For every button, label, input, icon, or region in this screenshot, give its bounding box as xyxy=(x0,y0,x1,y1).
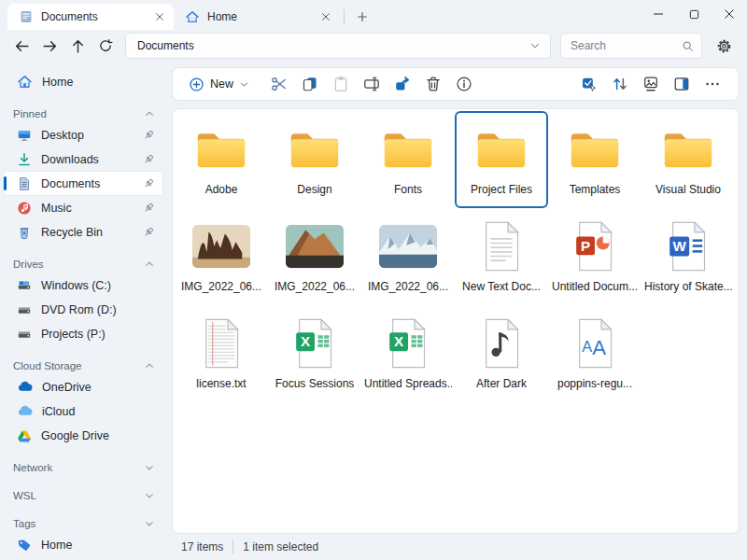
sidebar-item-icloud[interactable]: iCloud xyxy=(4,399,162,423)
file-item-history-of-skate[interactable]: WHistory of Skate... xyxy=(641,208,735,305)
details-pane-button[interactable] xyxy=(668,71,696,97)
new-button[interactable]: New xyxy=(182,71,256,97)
more-options-button[interactable] xyxy=(698,71,726,97)
sidebar-item-label: Downloads xyxy=(41,153,134,166)
sidebar-item-dvd-rom-d[interactable]: DVD Rom (D:) xyxy=(4,298,162,321)
file-item-templates[interactable]: Templates xyxy=(548,111,641,208)
up-icon xyxy=(70,38,86,54)
sidebar-item-projects-p[interactable]: Projects (P:) xyxy=(4,322,162,345)
sidebar-item-label: Documents xyxy=(41,177,134,190)
sidebar-item-home[interactable]: Home xyxy=(4,70,162,93)
file-item-design[interactable]: Design xyxy=(268,111,361,208)
file-item-untitled-spreads[interactable]: XUntitled Spreads... xyxy=(361,305,455,402)
tab-documents[interactable]: Documents xyxy=(7,4,174,30)
file-item-untitled-docum[interactable]: PUntitled Docum... xyxy=(548,208,641,305)
sort-button[interactable] xyxy=(606,71,634,97)
cut-button[interactable] xyxy=(265,71,293,97)
file-item-poppins-regu[interactable]: AApoppins-regu... xyxy=(548,305,641,402)
file-item-img-2022-06[interactable]: IMG_2022_06... xyxy=(361,208,455,305)
sidebar-section-network[interactable]: Network xyxy=(0,448,166,476)
forward-icon xyxy=(42,38,58,54)
new-tab-button[interactable] xyxy=(348,4,376,30)
address-bar[interactable]: Documents xyxy=(125,33,551,59)
sidebar: HomePinnedDesktopDownloadsDocumentsMusic… xyxy=(0,62,166,560)
sidebar-item-label: Google Drive xyxy=(41,429,155,442)
sidebar-item-recycle-bin[interactable]: Recycle Bin xyxy=(4,220,162,244)
chevron-up-icon[interactable] xyxy=(144,108,155,119)
section-label: Drives xyxy=(13,259,144,270)
sidebar-item-label: Desktop xyxy=(41,129,134,142)
sidebar-item-onedrive[interactable]: OneDrive xyxy=(4,375,162,399)
file-item-after-dark[interactable]: After Dark xyxy=(455,305,548,402)
tab-label: Documents xyxy=(41,10,144,23)
tab-home[interactable]: Home xyxy=(174,4,340,30)
file-name: poppins-regu... xyxy=(557,377,632,390)
select-button[interactable] xyxy=(575,71,603,97)
sidebar-item-home[interactable]: Home xyxy=(4,533,162,556)
settings-button[interactable] xyxy=(710,32,738,60)
file-item-license-txt[interactable]: license.txt xyxy=(175,305,268,402)
search-input[interactable]: Search xyxy=(560,33,702,59)
sidebar-item-label: Windows (C:) xyxy=(41,279,155,292)
refresh-button[interactable] xyxy=(92,32,120,60)
file-panel: AdobeDesignFontsProject FilesTemplatesVi… xyxy=(172,108,740,534)
copy-button[interactable] xyxy=(296,71,324,97)
maximize-button[interactable] xyxy=(676,0,712,28)
tab-close-button[interactable] xyxy=(151,8,168,25)
status-divider xyxy=(233,540,233,553)
file-name: Visual Studio xyxy=(655,183,721,196)
back-button[interactable] xyxy=(7,32,35,60)
file-item-new-text-doc[interactable]: New Text Doc... xyxy=(455,208,548,305)
close-button[interactable] xyxy=(712,0,747,28)
sidebar-item-windows-c[interactable]: Windows (C:) xyxy=(4,273,162,297)
file-item-visual-studio[interactable]: Visual Studio xyxy=(641,111,735,208)
folder-icon xyxy=(661,119,715,179)
minimize-icon xyxy=(653,8,664,20)
pin-icon xyxy=(143,153,155,165)
file-item-fonts[interactable]: Fonts xyxy=(361,111,455,208)
sidebar-section-pinned[interactable]: Pinned xyxy=(0,94,166,122)
sidebar-section-cloud-storage[interactable]: Cloud Storage xyxy=(0,346,166,374)
chevron-up-icon[interactable] xyxy=(144,259,155,270)
sidebar-item-music[interactable]: Music xyxy=(4,196,162,219)
excel-icon: X xyxy=(292,314,337,373)
sidebar-item-desktop[interactable]: Desktop xyxy=(4,123,162,147)
drive-icon xyxy=(17,302,32,317)
file-item-img-2022-06[interactable]: IMG_2022_06... xyxy=(175,208,268,305)
forward-button[interactable] xyxy=(35,32,63,60)
file-item-project-files[interactable]: Project Files xyxy=(455,111,548,208)
file-item-img-2022-06[interactable]: IMG_2022_06... xyxy=(268,208,361,305)
file-item-adobe[interactable]: Adobe xyxy=(175,111,268,208)
chevron-down-icon[interactable] xyxy=(144,490,155,501)
rename-button[interactable] xyxy=(358,71,386,97)
sidebar-item-google-drive[interactable]: Google Drive xyxy=(4,424,162,447)
chevron-up-icon[interactable] xyxy=(144,360,155,371)
properties-button[interactable] xyxy=(450,71,478,97)
sidebar-item-documents[interactable]: Documents xyxy=(4,172,162,195)
license-icon xyxy=(199,314,244,373)
font-file-icon: AA xyxy=(572,314,617,373)
title-bar: DocumentsHome xyxy=(0,0,747,30)
view-icon xyxy=(642,76,659,92)
svg-text:X: X xyxy=(301,334,310,350)
section-label: Network xyxy=(13,462,144,473)
paste-button[interactable] xyxy=(327,71,355,97)
file-item-focus-sessions[interactable]: XFocus Sessions xyxy=(268,305,361,402)
document-icon xyxy=(19,9,34,24)
chevron-down-icon[interactable] xyxy=(144,518,155,529)
up-button[interactable] xyxy=(63,32,92,60)
minimize-button[interactable] xyxy=(641,0,676,28)
sidebar-section-drives[interactable]: Drives xyxy=(0,245,166,273)
sidebar-section-wsl[interactable]: WSL xyxy=(0,476,166,504)
status-bar: 17 items 1 item selected xyxy=(172,534,740,560)
drive-icon xyxy=(17,327,32,342)
file-name: After Dark xyxy=(476,377,527,390)
share-button[interactable] xyxy=(388,71,416,97)
photo-snow-icon xyxy=(379,217,437,276)
view-options-button[interactable] xyxy=(637,71,665,97)
tab-close-button[interactable] xyxy=(317,8,334,25)
chevron-down-icon[interactable] xyxy=(144,462,155,473)
sidebar-section-tags[interactable]: Tags xyxy=(0,504,166,532)
delete-button[interactable] xyxy=(419,71,447,97)
sidebar-item-downloads[interactable]: Downloads xyxy=(4,147,162,171)
